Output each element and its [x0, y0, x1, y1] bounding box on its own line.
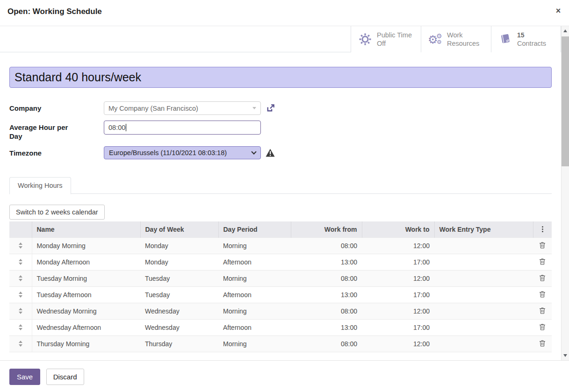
scrollbar-thumb[interactable]	[562, 36, 569, 166]
chevron-down-icon[interactable]	[252, 107, 256, 109]
cell-day-period[interactable]: Morning	[218, 237, 291, 254]
cell-name[interactable]: Monday Morning	[32, 237, 140, 254]
cell-name[interactable]: Tuesday Morning	[32, 270, 140, 286]
cell-name[interactable]: Thursday Morning	[32, 335, 140, 352]
trash-icon[interactable]	[539, 242, 546, 250]
switch-two-weeks-button[interactable]: Switch to 2 weeks calendar	[9, 205, 105, 220]
contracts-button[interactable]: 15 Contracts	[491, 26, 561, 52]
col-header-work-entry-type[interactable]: Work Entry Type	[434, 221, 533, 237]
trash-icon[interactable]	[539, 323, 546, 332]
drag-handle-icon[interactable]	[14, 308, 27, 314]
cell-work-to[interactable]: 12:00	[362, 237, 434, 254]
cell-day-period[interactable]: Morning	[218, 303, 291, 319]
cell-work-to[interactable]: 17:00	[362, 286, 434, 303]
schedule-name-input[interactable]	[9, 67, 552, 88]
cell-day-period[interactable]: Morning	[218, 270, 291, 286]
cell-work-to[interactable]: 17:00	[362, 254, 434, 270]
cell-day-period[interactable]: Afternoon	[218, 254, 291, 270]
close-icon[interactable]: ×	[553, 6, 563, 16]
cell-work-entry-type[interactable]	[434, 319, 533, 335]
timezone-select[interactable]: Europe/Brussels (11/10/2021 08:03:18)	[104, 146, 261, 159]
cell-day-of-week[interactable]: Wednesday	[140, 303, 218, 319]
cell-day-of-week[interactable]: Tuesday	[140, 286, 218, 303]
cell-work-entry-type[interactable]	[434, 286, 533, 303]
cell-work-to[interactable]: 12:00	[362, 303, 434, 319]
delete-row-cell[interactable]	[533, 335, 552, 352]
cell-work-to[interactable]: 12:00	[362, 270, 434, 286]
trash-icon[interactable]	[539, 307, 546, 315]
drag-handle-cell[interactable]	[9, 254, 32, 270]
table-row[interactable]: Monday Morning Monday Morning 08:00 12:0…	[9, 237, 552, 254]
cell-work-from[interactable]: 08:00	[291, 270, 362, 286]
cell-day-period[interactable]: Afternoon	[218, 319, 291, 335]
discard-button[interactable]: Discard	[46, 369, 84, 385]
cell-work-from[interactable]: 13:00	[291, 254, 362, 270]
trash-icon[interactable]	[539, 340, 546, 348]
cell-work-from[interactable]: 13:00	[291, 319, 362, 335]
delete-row-cell[interactable]	[533, 270, 552, 286]
trash-icon[interactable]	[539, 291, 546, 299]
drag-handle-icon[interactable]	[14, 259, 27, 265]
vertical-scrollbar[interactable]	[561, 26, 569, 360]
cell-work-entry-type[interactable]	[434, 270, 533, 286]
col-header-work-from[interactable]: Work from	[291, 221, 362, 237]
external-link-icon[interactable]	[266, 103, 275, 113]
save-button[interactable]: Save	[9, 369, 40, 385]
cell-day-of-week[interactable]: Tuesday	[140, 270, 218, 286]
delete-row-cell[interactable]	[533, 303, 552, 319]
cell-day-of-week[interactable]: Thursday	[140, 335, 218, 352]
kebab-icon[interactable]	[538, 226, 547, 232]
work-resources-button[interactable]: ⚙ ⚙ ⚙ Work Resources	[421, 26, 491, 52]
drag-handle-cell[interactable]	[9, 286, 32, 303]
col-header-day-period[interactable]: Day Period	[218, 221, 291, 237]
cell-day-period[interactable]: Afternoon	[218, 286, 291, 303]
col-header-work-to[interactable]: Work to	[362, 221, 434, 237]
drag-handle-cell[interactable]	[9, 335, 32, 352]
cell-name[interactable]: Wednesday Afternoon	[32, 319, 140, 335]
drag-handle-icon[interactable]	[14, 341, 27, 347]
cell-work-to[interactable]: 17:00	[362, 319, 434, 335]
table-row[interactable]: Wednesday Morning Wednesday Morning 08:0…	[9, 303, 552, 319]
delete-row-cell[interactable]	[533, 237, 552, 254]
table-row[interactable]: Tuesday Afternoon Tuesday Afternoon 13:0…	[9, 286, 552, 303]
table-row[interactable]: Wednesday Afternoon Wednesday Afternoon …	[9, 319, 552, 335]
drag-handle-icon[interactable]	[14, 324, 27, 330]
table-row[interactable]: Thursday Morning Thursday Morning 08:00 …	[9, 335, 552, 352]
cell-day-period[interactable]: Morning	[218, 335, 291, 352]
delete-row-cell[interactable]	[533, 254, 552, 270]
scroll-down-icon[interactable]	[563, 354, 567, 357]
table-row[interactable]: Monday Afternoon Monday Afternoon 13:00 …	[9, 254, 552, 270]
cell-work-to[interactable]: 12:00	[362, 335, 434, 352]
table-row[interactable]: Tuesday Morning Tuesday Morning 08:00 12…	[9, 270, 552, 286]
trash-icon[interactable]	[539, 274, 546, 283]
cell-work-entry-type[interactable]	[434, 335, 533, 352]
cell-work-entry-type[interactable]	[434, 303, 533, 319]
tab-working-hours[interactable]: Working Hours	[9, 177, 71, 194]
cell-day-of-week[interactable]: Monday	[140, 254, 218, 270]
drag-handle-cell[interactable]	[9, 237, 32, 254]
cell-work-entry-type[interactable]	[434, 237, 533, 254]
cell-work-from[interactable]: 13:00	[291, 286, 362, 303]
average-hour-input[interactable]: 08:00	[104, 121, 261, 135]
cell-name[interactable]: Wednesday Morning	[32, 303, 140, 319]
col-header-day-of-week[interactable]: Day of Week	[140, 221, 218, 237]
public-time-off-button[interactable]: Public Time Off	[351, 26, 421, 52]
delete-row-cell[interactable]	[533, 286, 552, 303]
scroll-up-icon[interactable]	[563, 29, 567, 32]
drag-handle-cell[interactable]	[9, 303, 32, 319]
drag-handle-icon[interactable]	[14, 242, 27, 249]
optional-columns-header[interactable]	[533, 221, 552, 237]
drag-handle-cell[interactable]	[9, 319, 32, 335]
delete-row-cell[interactable]	[533, 319, 552, 335]
cell-work-from[interactable]: 08:00	[291, 303, 362, 319]
cell-name[interactable]: Tuesday Afternoon	[32, 286, 140, 303]
trash-icon[interactable]	[539, 258, 546, 266]
cell-day-of-week[interactable]: Wednesday	[140, 319, 218, 335]
cell-name[interactable]: Monday Afternoon	[32, 254, 140, 270]
drag-handle-icon[interactable]	[14, 292, 27, 298]
drag-handle-icon[interactable]	[14, 275, 27, 281]
cell-work-entry-type[interactable]	[434, 254, 533, 270]
cell-day-of-week[interactable]: Monday	[140, 237, 218, 254]
cell-work-from[interactable]: 08:00	[291, 237, 362, 254]
cell-work-from[interactable]: 08:00	[291, 335, 362, 352]
